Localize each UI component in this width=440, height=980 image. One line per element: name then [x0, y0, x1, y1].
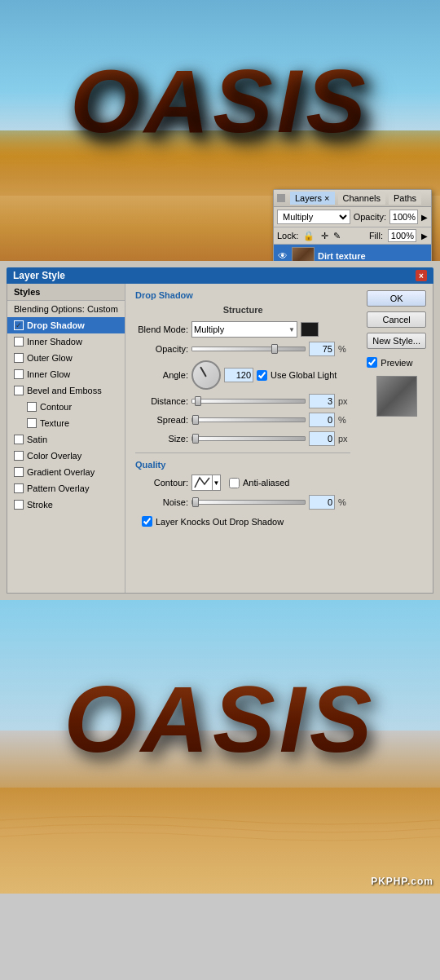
- anti-aliased-label[interactable]: Anti-aliased: [229, 478, 289, 488]
- blend-mode-dropdown[interactable]: Multiply ▼: [191, 321, 297, 338]
- fill-input[interactable]: [388, 229, 416, 242]
- style-inner-glow[interactable]: Inner Glow: [7, 366, 125, 382]
- distance-handle[interactable]: [195, 396, 201, 406]
- layers-close-button[interactable]: [277, 194, 285, 202]
- style-blending-options[interactable]: Blending Options: Custom: [7, 301, 125, 317]
- opacity-input[interactable]: [389, 210, 418, 224]
- new-style-button[interactable]: New Style...: [367, 333, 426, 349]
- spread-unit: %: [338, 415, 346, 425]
- color-overlay-label: Color Overlay: [27, 451, 81, 461]
- sand-waves: [0, 804, 440, 853]
- anti-aliased-checkbox[interactable]: [229, 478, 240, 488]
- layer-item-dirt[interactable]: 👁 Dirt texture: [274, 245, 431, 261]
- angle-dial[interactable]: [191, 360, 221, 390]
- blend-mode-value: Multiply: [194, 324, 224, 334]
- size-input[interactable]: [309, 431, 335, 446]
- layers-tab-layers[interactable]: Layers ×: [290, 192, 335, 205]
- color-overlay-checkbox[interactable]: [14, 451, 24, 461]
- style-inner-shadow[interactable]: Inner Shadow: [7, 333, 125, 350]
- style-stroke[interactable]: Stroke: [7, 497, 125, 513]
- style-bevel-emboss[interactable]: Bevel and Emboss: [7, 382, 125, 399]
- blend-mode-arrow: ▼: [288, 326, 295, 333]
- style-contour[interactable]: Contour: [7, 399, 125, 415]
- angle-needle: [200, 366, 207, 377]
- fill-arrow[interactable]: ▶: [421, 232, 428, 241]
- use-global-light-label: Use Global Light: [271, 370, 337, 380]
- layers-titlebar: Layers × Channels Paths: [274, 190, 431, 207]
- outer-glow-checkbox[interactable]: [14, 353, 24, 363]
- lock-icon[interactable]: 🔒: [303, 231, 315, 241]
- ok-button[interactable]: OK: [367, 290, 426, 307]
- blend-mode-select[interactable]: Multiply Normal Screen Overlay: [277, 210, 350, 224]
- layers-mode-controls: Multiply Normal Screen Overlay Opacity: …: [274, 207, 431, 227]
- layer-visibility-dirt[interactable]: 👁: [277, 250, 288, 261]
- style-gradient-overlay[interactable]: Gradient Overlay: [7, 464, 125, 480]
- style-satin[interactable]: Satin: [7, 431, 125, 448]
- layer-name-dirt: Dirt texture: [318, 251, 366, 261]
- gradient-overlay-checkbox[interactable]: [14, 467, 24, 477]
- satin-label: Satin: [27, 435, 47, 444]
- knockout-label: Layer Knocks Out Drop Shadow: [156, 517, 284, 527]
- spread-input[interactable]: [309, 413, 335, 427]
- angle-input[interactable]: [224, 368, 253, 382]
- layers-tab-channels[interactable]: Channels: [338, 192, 385, 205]
- distance-slider[interactable]: [191, 399, 306, 404]
- lock-row: Lock: 🔒 ✛ ✎ Fill: ▶: [274, 227, 431, 245]
- style-drop-shadow[interactable]: Drop Shadow: [7, 317, 125, 333]
- contour-picker[interactable]: ▼: [191, 475, 221, 491]
- knockout-checkbox-label[interactable]: Layer Knocks Out Drop Shadow: [142, 516, 284, 527]
- quality-title: Quality: [135, 460, 350, 470]
- preview-checkbox[interactable]: [367, 357, 377, 368]
- bevel-emboss-label: Bevel and Emboss: [27, 386, 102, 395]
- contour-preview[interactable]: [191, 475, 213, 491]
- opacity-slider-handle[interactable]: [271, 344, 278, 354]
- spread-handle[interactable]: [192, 415, 199, 425]
- stroke-checkbox[interactable]: [14, 500, 24, 510]
- separator: [135, 452, 350, 453]
- size-slider[interactable]: [191, 436, 306, 441]
- cancel-button[interactable]: Cancel: [367, 311, 426, 328]
- noise-label: Noise:: [135, 497, 188, 507]
- inner-shadow-checkbox[interactable]: [14, 337, 24, 347]
- style-texture[interactable]: Texture: [7, 415, 125, 431]
- move-icon[interactable]: ✛: [321, 231, 328, 241]
- style-pattern-overlay[interactable]: Pattern Overlay: [7, 480, 125, 497]
- inner-shadow-label: Inner Shadow: [27, 337, 82, 347]
- size-handle[interactable]: [192, 434, 199, 444]
- blending-options-label: Blending Options: Custom: [14, 304, 118, 314]
- distance-row: Distance: px: [135, 394, 350, 408]
- knockout-checkbox[interactable]: [142, 516, 152, 527]
- satin-checkbox[interactable]: [14, 435, 24, 444]
- right-buttons-panel: OK Cancel New Style... Preview: [360, 284, 433, 593]
- inner-glow-checkbox[interactable]: [14, 369, 24, 379]
- distance-unit: px: [338, 396, 348, 406]
- opacity-label: Opacity:: [354, 212, 386, 222]
- dialog-close-button[interactable]: ×: [416, 270, 427, 281]
- use-global-light-checkbox-label[interactable]: Use Global Light: [257, 370, 337, 381]
- style-outer-glow[interactable]: Outer Glow: [7, 350, 125, 366]
- use-global-light-checkbox[interactable]: [257, 370, 267, 381]
- noise-input[interactable]: [309, 495, 335, 510]
- opacity-number-input[interactable]: [309, 342, 335, 356]
- contour-checkbox[interactable]: [27, 402, 37, 412]
- texture-checkbox[interactable]: [27, 418, 37, 428]
- edit-icon[interactable]: ✎: [333, 231, 341, 241]
- contour-dropdown-arrow[interactable]: ▼: [213, 475, 221, 491]
- color-swatch[interactable]: [301, 322, 319, 337]
- dialog-outer: Layer Style × Styles Blending Options: C…: [0, 261, 440, 600]
- layers-tab-paths[interactable]: Paths: [389, 192, 421, 205]
- drop-shadow-checkbox[interactable]: [14, 320, 24, 330]
- pattern-overlay-checkbox[interactable]: [14, 483, 24, 493]
- opacity-slider-track[interactable]: [191, 347, 306, 351]
- style-color-overlay[interactable]: Color Overlay: [7, 448, 125, 464]
- oasis-text-bottom: OASIS: [64, 665, 376, 773]
- bevel-emboss-checkbox[interactable]: [14, 386, 24, 395]
- noise-handle[interactable]: [192, 497, 199, 507]
- distance-input[interactable]: [309, 394, 335, 408]
- noise-slider[interactable]: [191, 500, 306, 505]
- spread-slider[interactable]: [191, 417, 306, 422]
- content-area: Drop Shadow Structure Blend Mode: Multip…: [125, 284, 360, 593]
- opacity-arrow[interactable]: ▶: [421, 213, 428, 222]
- top-image: OASIS Layers × Channels Paths Multiply N…: [0, 0, 440, 261]
- spread-label: Spread:: [135, 415, 188, 425]
